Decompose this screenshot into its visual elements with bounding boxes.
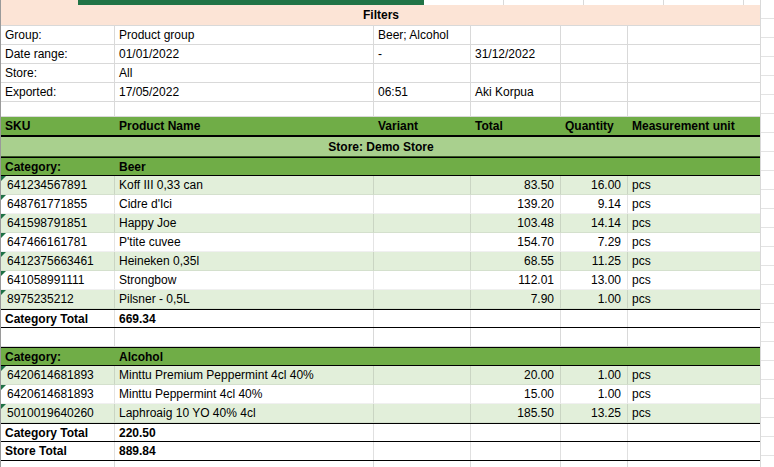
unit-cell[interactable]: pcs [628,271,761,290]
unit-cell[interactable]: pcs [628,252,761,271]
empty-cell[interactable] [561,102,628,116]
category-total-label[interactable]: Category Total [1,424,115,441]
sku-cell[interactable]: 648761771855 [1,195,115,214]
quantity-cell[interactable]: 1.00 [561,385,628,404]
quantity-cell[interactable]: 13.25 [561,404,628,423]
column-header-total[interactable]: Total [471,117,561,135]
empty-cell[interactable] [471,158,561,175]
filter-value-export-time[interactable]: 06:51 [374,83,471,101]
unit-cell[interactable]: pcs [628,290,761,309]
quantity-cell[interactable]: 16.00 [561,176,628,195]
column-header-quantity[interactable]: Quantity [561,117,628,135]
total-cell[interactable]: 139.20 [471,195,561,214]
filter-label-exported[interactable]: Exported: [1,83,115,101]
column-header-variant[interactable]: Variant [374,117,471,135]
filter-label-group[interactable]: Group: [1,26,115,44]
column-header-measurement-unit[interactable]: Measurement unit [628,117,761,135]
sku-cell[interactable]: 647466161781 [1,233,115,252]
store-banner[interactable]: Store: Demo Store [1,137,761,157]
variant-cell[interactable] [374,271,471,290]
product-name-cell[interactable]: Cidre d'Ici [115,195,374,214]
filter-cell-empty[interactable] [561,64,628,82]
product-name-cell[interactable]: Pilsner - 0,5L [115,290,374,309]
total-cell[interactable]: 83.50 [471,176,561,195]
variant-cell[interactable] [374,385,471,404]
sku-cell[interactable]: 641058991111 [1,271,115,290]
filter-value-date-start[interactable]: 01/01/2022 [115,45,374,63]
filter-value-date-separator[interactable]: - [374,45,471,63]
empty-cell[interactable] [628,348,761,365]
unit-cell[interactable]: pcs [628,404,761,423]
empty-cell[interactable] [628,328,761,346]
unit-cell[interactable]: pcs [628,195,761,214]
filter-value-date-end[interactable]: 31/12/2022 [471,45,561,63]
column-header-product-name[interactable]: Product Name [115,117,374,135]
unit-cell[interactable]: pcs [628,366,761,385]
category-label[interactable]: Category: [1,348,115,365]
variant-cell[interactable] [374,214,471,233]
empty-cell[interactable] [628,442,761,460]
empty-cell[interactable] [628,424,761,441]
sku-cell[interactable]: 641234567891 [1,176,115,195]
category-name-alcohol[interactable]: Alcohol [115,348,374,365]
empty-cell[interactable] [561,348,628,365]
filter-cell-empty[interactable] [471,26,561,44]
empty-cell[interactable] [1,102,115,116]
empty-cell[interactable] [561,328,628,346]
column-header-sku[interactable]: SKU [1,117,115,135]
filter-value-export-user[interactable]: Aki Korpua [471,83,561,101]
empty-cell[interactable] [471,102,561,116]
category-total-value[interactable]: 669.34 [115,310,374,327]
empty-cell[interactable] [628,102,761,116]
quantity-cell[interactable]: 1.00 [561,290,628,309]
empty-cell[interactable] [561,158,628,175]
quantity-cell[interactable]: 1.00 [561,366,628,385]
filter-cell-empty[interactable] [374,64,471,82]
filter-cell-empty[interactable] [471,64,561,82]
total-cell[interactable]: 112.01 [471,271,561,290]
empty-cell[interactable] [374,328,471,346]
store-total-label[interactable]: Store Total [1,442,115,460]
empty-cell[interactable] [628,158,761,175]
quantity-cell[interactable]: 9.14 [561,195,628,214]
variant-cell[interactable] [374,252,471,271]
filter-cell-empty[interactable] [628,26,761,44]
total-cell[interactable]: 154.70 [471,233,561,252]
store-total-value[interactable]: 889.84 [115,442,374,460]
product-name-cell[interactable]: Heineken 0,35l [115,252,374,271]
filter-value-store[interactable]: All [115,64,374,82]
filter-label-daterange[interactable]: Date range: [1,45,115,63]
variant-cell[interactable] [374,290,471,309]
empty-cell[interactable] [374,424,471,441]
product-name-cell[interactable]: Laphroaig 10 YO 40% 4cl [115,404,374,423]
total-cell[interactable]: 15.00 [471,385,561,404]
filter-cell-empty[interactable] [561,83,628,101]
variant-cell[interactable] [374,195,471,214]
empty-cell[interactable] [471,442,561,460]
category-label[interactable]: Category: [1,158,115,175]
category-name-beer[interactable]: Beer [115,158,374,175]
empty-cell[interactable] [561,310,628,327]
empty-cell[interactable] [561,442,628,460]
filter-cell-empty[interactable] [561,45,628,63]
filters-title-cell[interactable]: Filters [1,5,761,26]
variant-cell[interactable] [374,366,471,385]
empty-cell[interactable] [374,442,471,460]
quantity-cell[interactable]: 13.00 [561,271,628,290]
product-name-cell[interactable]: P'tite cuvee [115,233,374,252]
empty-cell[interactable] [115,102,374,116]
filter-cell-empty[interactable] [628,83,761,101]
unit-cell[interactable]: pcs [628,214,761,233]
empty-cell[interactable] [374,158,471,175]
product-name-cell[interactable]: Happy Joe [115,214,374,233]
quantity-cell[interactable]: 11.25 [561,252,628,271]
quantity-cell[interactable]: 7.29 [561,233,628,252]
empty-cell[interactable] [1,328,115,346]
empty-cell[interactable] [471,328,561,346]
sku-cell[interactable]: 641598791851 [1,214,115,233]
sku-cell[interactable]: 6420614681893 [1,366,115,385]
empty-cell[interactable] [374,310,471,327]
filter-value-export-date[interactable]: 17/05/2022 [115,83,374,101]
empty-cell[interactable] [374,348,471,365]
product-name-cell[interactable]: Koff III 0,33 can [115,176,374,195]
